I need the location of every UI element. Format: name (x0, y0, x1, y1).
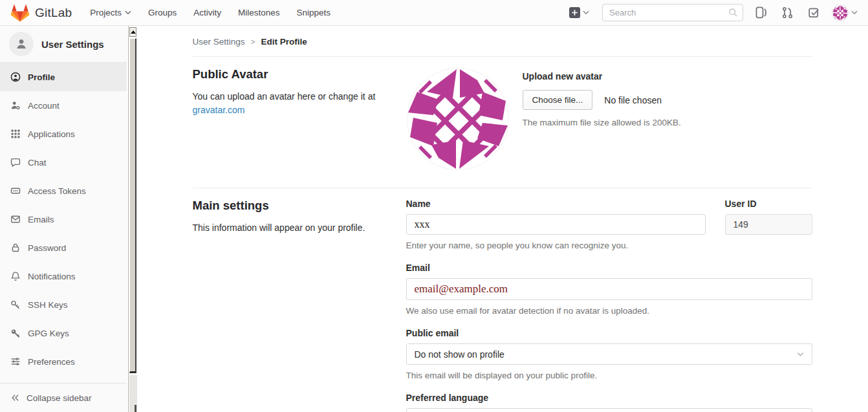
sidebar-item-label: Applications (28, 129, 75, 139)
public-avatar-title: Public Avatar (193, 67, 387, 81)
scrollbar-thumb[interactable] (129, 38, 136, 373)
gravatar-link[interactable]: gravatar.com (193, 105, 245, 115)
upload-new-avatar-label: Upload new avatar (523, 71, 681, 81)
public-email-label: Public email (406, 328, 812, 338)
bell-icon (10, 271, 21, 281)
user-avatar (832, 5, 849, 21)
public-email-selected-value: Do not show on profile (415, 349, 505, 360)
nav-groups[interactable]: Groups (148, 8, 177, 17)
breadcrumb-separator: > (251, 38, 255, 47)
sidebar-item-label: Account (28, 101, 60, 111)
main-settings-title: Main settings (193, 199, 387, 213)
merge-requests-icon[interactable] (779, 6, 796, 19)
name-label: Name (406, 199, 706, 209)
settings-sidebar: User Settings Profile Account Applicatio… (0, 26, 136, 412)
sidebar-item-gpg-keys[interactable]: GPG Keys (0, 319, 127, 347)
sidebar-item-label: Access Tokens (28, 186, 86, 196)
name-input[interactable] (406, 214, 706, 235)
nav-snippets[interactable]: Snippets (297, 8, 331, 17)
sidebar-item-label: Preferences (28, 357, 75, 367)
preferred-language-label: Preferred language (406, 393, 812, 403)
gitlab-logo[interactable]: GitLab (10, 3, 72, 23)
sidebar-item-label: Chat (28, 158, 47, 168)
breadcrumb-user-settings[interactable]: User Settings (193, 37, 245, 47)
user-menu[interactable] (832, 5, 858, 21)
email-label: Email (406, 263, 812, 273)
key-icon (10, 299, 21, 310)
search-icon (728, 8, 738, 17)
sidebar-item-label: Notifications (28, 272, 76, 281)
user-settings-icon (9, 32, 34, 56)
profile-avatar-image (406, 67, 510, 171)
public-avatar-section: Public Avatar You can upload an avatar h… (193, 57, 812, 188)
speech-bubble-icon (10, 157, 21, 168)
user-id-label: User ID (725, 199, 812, 209)
main-content: User Settings > Edit Profile Public Avat… (136, 26, 868, 412)
sidebar-item-chat[interactable]: Chat (0, 148, 127, 177)
nav-milestones[interactable]: Milestones (238, 8, 280, 17)
chevron-down-icon (125, 10, 131, 15)
preferred-language-select[interactable] (406, 408, 812, 412)
breadcrumb-edit-profile: Edit Profile (261, 37, 307, 47)
plus-icon (569, 7, 580, 18)
lock-icon (10, 243, 21, 253)
sidebar-item-ssh-keys[interactable]: SSH Keys (0, 290, 127, 319)
public-email-select[interactable]: Do not show on profile (406, 343, 812, 365)
sidebar-item-notifications[interactable]: Notifications (0, 262, 127, 290)
sidebar-item-password[interactable]: Password (0, 233, 127, 262)
breadcrumb: User Settings > Edit Profile (193, 26, 812, 57)
max-file-size-help: The maximum file size allowed is 200KB. (523, 118, 681, 127)
sidebar-item-account[interactable]: Account (0, 91, 127, 120)
sliders-icon (10, 356, 21, 367)
grid-icon (10, 129, 21, 139)
tanuki-icon (10, 3, 30, 23)
collapse-sidebar-button[interactable]: Collapse sidebar (0, 383, 127, 412)
sidebar-item-profile[interactable]: Profile (0, 63, 127, 91)
token-icon (10, 186, 21, 196)
sidebar-item-label: SSH Keys (28, 300, 68, 310)
user-id-input (725, 214, 812, 235)
no-file-chosen-text: No file chosen (604, 95, 662, 105)
sidebar-item-access-tokens[interactable]: Access Tokens (0, 177, 127, 205)
choose-file-button[interactable]: Choose file... (523, 90, 593, 110)
sidebar-item-preferences[interactable]: Preferences (0, 347, 127, 376)
main-settings-description: This information will appear on your pro… (193, 221, 387, 235)
sidebar-item-label: Emails (28, 215, 54, 224)
profile-circle-icon (10, 72, 21, 82)
chevron-down-icon (797, 352, 804, 357)
top-navbar: GitLab Projects Groups Activity Mileston… (0, 0, 868, 26)
public-avatar-description: You can upload an avatar here or change … (193, 90, 387, 117)
issues-icon[interactable] (752, 6, 770, 19)
nav-activity[interactable]: Activity (193, 8, 221, 17)
user-gear-icon (10, 100, 21, 111)
nav-projects[interactable]: Projects (90, 8, 131, 17)
navbar-right (569, 4, 858, 21)
email-input[interactable] (406, 278, 812, 300)
chevron-double-left-icon (10, 393, 20, 402)
chevron-down-icon (851, 10, 858, 15)
sidebar-item-emails[interactable]: Emails (0, 205, 127, 233)
primary-nav: Projects Groups Activity Milestones Snip… (90, 8, 331, 17)
main-settings-section: Main settings This information will appe… (193, 188, 812, 412)
email-help: We also use email for avatar detection i… (406, 306, 812, 316)
public-email-help: This email will be displayed on your pub… (406, 371, 812, 380)
todos-icon[interactable] (805, 6, 823, 19)
envelope-icon (10, 214, 21, 224)
sidebar-item-label: Profile (28, 72, 55, 82)
sidebar-item-applications[interactable]: Applications (0, 120, 127, 148)
chevron-down-icon (583, 10, 589, 15)
sidebar-item-label: Password (28, 243, 66, 253)
name-help: Enter your name, so people you know can … (406, 241, 706, 250)
sidebar-item-label: GPG Keys (28, 329, 69, 338)
sidebar-title: User Settings (41, 39, 104, 50)
scrollbar-up-arrow[interactable] (129, 27, 136, 37)
new-menu-button[interactable] (569, 7, 589, 18)
search-input[interactable] (602, 4, 743, 21)
sidebar-header: User Settings (0, 26, 127, 63)
sidebar-scrollbar[interactable] (128, 26, 136, 412)
logo-text: GitLab (35, 6, 72, 20)
search-box (602, 4, 743, 21)
key-filled-icon (10, 328, 21, 338)
scrollbar-stub (135, 405, 136, 412)
collapse-sidebar-label: Collapse sidebar (27, 393, 92, 403)
